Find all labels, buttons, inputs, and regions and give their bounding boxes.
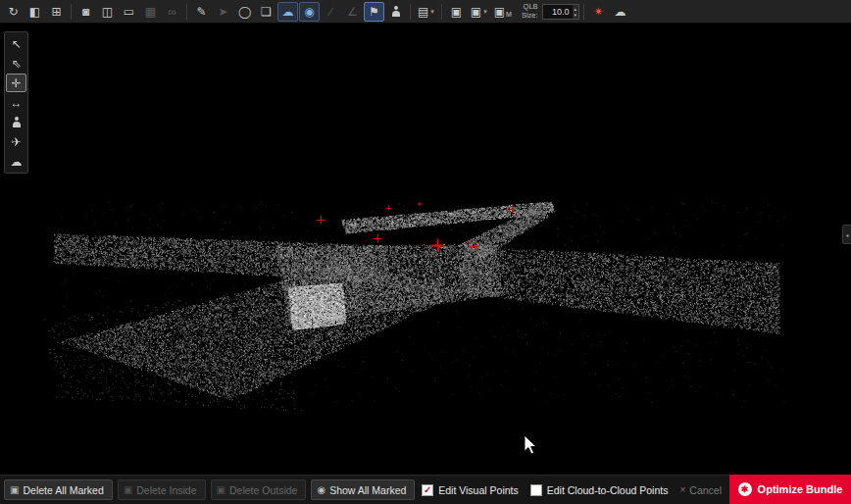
- qlb-size-value: 10.0: [543, 7, 573, 17]
- ruler-tool-icon: ∕: [329, 6, 331, 18]
- globe-toggle[interactable]: ◉: [299, 2, 320, 22]
- edit-cloud-to-cloud-checkbox[interactable]: Edit Cloud-to-Cloud Points: [530, 484, 669, 496]
- cloud-tool-icon: ☁: [615, 6, 626, 18]
- pan-view-tool-icon: ◧: [29, 6, 40, 18]
- toolbar-separator: [583, 4, 584, 20]
- button-label: Show All Marked: [329, 484, 406, 496]
- zoom-window-tool-icon: ⊞: [51, 6, 61, 18]
- optimize-label: Optimize Bundle: [758, 483, 843, 495]
- single-view-tool-icon: ▭: [124, 6, 134, 18]
- button-label: Delete Outside: [229, 484, 297, 496]
- camera-tool-icon: ◙: [82, 6, 89, 18]
- qlb-label-line2: Size:: [522, 12, 538, 21]
- location-pin-tool-icon: ⚑: [369, 6, 379, 18]
- point-cloud-canvas[interactable]: [0, 24, 851, 475]
- measure-tool[interactable]: ↔: [6, 93, 26, 112]
- edit-visual-points-checkbox-box[interactable]: ✓: [422, 484, 433, 496]
- toolbar-group: ✎➤◯❏☁◉∕∠⚑: [191, 2, 406, 22]
- bottom-bar: ▣Delete All Marked▣Delete Inside▣Delete …: [0, 475, 851, 504]
- edit-cloud-to-cloud-checkbox-box[interactable]: [530, 484, 542, 496]
- cloud-to-model-tool-icon: ▣: [494, 6, 505, 18]
- cloud-tool[interactable]: ☁: [610, 2, 630, 22]
- cloud-view-tool[interactable]: ☁: [6, 152, 26, 171]
- person-view-tool[interactable]: [6, 113, 26, 131]
- cancel-button: × Cancel: [679, 484, 722, 496]
- optimize-tool[interactable]: ✴: [588, 2, 609, 22]
- delete-inside-icon: ▣: [124, 485, 132, 495]
- angle-tool: ∠: [342, 2, 363, 22]
- cloud-to-model-tool[interactable]: ▣M: [491, 2, 515, 22]
- left-toolbar: ↖⇖✛↔✈☁: [4, 31, 28, 174]
- orbit-view-tool[interactable]: ↻: [3, 2, 24, 22]
- cube-options-dropdown[interactable]: ▣▾: [468, 2, 490, 22]
- cancel-icon: ×: [679, 484, 685, 495]
- toolbar-group: ◙◫▭▦∞: [75, 2, 182, 22]
- collapse-left-icon: ◂: [845, 231, 848, 238]
- cloud-to-model-tool-suffix: M: [506, 11, 512, 21]
- select-tool[interactable]: ↖: [6, 34, 26, 53]
- toolbar-group: ▣▣▾▣MQLBSize:10.0▴▾: [446, 2, 579, 22]
- bottom-bar-checkboxes: ✓Edit Visual PointsEdit Cloud-to-Cloud P…: [422, 484, 668, 496]
- delete-outside-icon: ▣: [217, 485, 225, 495]
- pick-tool: ➤: [213, 2, 233, 22]
- delete-all-marked-button[interactable]: ▣Delete All Marked: [4, 479, 113, 500]
- measure-tool-icon: ↔: [11, 97, 23, 109]
- move-tool-icon: ✛: [11, 77, 21, 89]
- tag-tool[interactable]: ❏: [256, 2, 276, 22]
- delete-all-marked-icon: ▣: [10, 485, 19, 495]
- person-marker-tool-icon: [391, 6, 401, 18]
- navigate-tool[interactable]: ✈: [6, 132, 26, 151]
- spinner-down-icon[interactable]: ▾: [573, 12, 579, 18]
- cloud-view-tool-icon: ☁: [11, 156, 23, 168]
- move-tool[interactable]: ✛: [6, 74, 26, 92]
- cube-view-tool[interactable]: ▣: [446, 2, 467, 22]
- toolbar-group: ↻◧⊞: [3, 2, 67, 22]
- zoom-window-tool[interactable]: ⊞: [46, 2, 67, 22]
- toolbar-group: ▤▾: [415, 2, 437, 22]
- cube-options-dropdown-icon: ▣: [471, 6, 481, 18]
- show-all-marked-button[interactable]: ◉Show All Marked: [311, 479, 415, 500]
- checkbox-label: Edit Cloud-to-Cloud Points: [547, 484, 669, 496]
- camera-tool[interactable]: ◙: [75, 2, 96, 22]
- toolbar-separator: [186, 4, 187, 20]
- bottom-bar-buttons: ▣Delete All Marked▣Delete Inside▣Delete …: [4, 479, 415, 500]
- right-panel-expander[interactable]: ◂: [842, 225, 851, 244]
- pan-view-tool[interactable]: ◧: [25, 2, 45, 22]
- top-toolbar: ↻◧⊞◙◫▭▦∞✎➤◯❏☁◉∕∠⚑▤▾▣▣▾▣MQLBSize:10.0▴▾✴☁: [0, 0, 851, 24]
- split-view-tool-icon: ◫: [102, 6, 113, 18]
- globe-toggle-icon: ◉: [304, 6, 314, 18]
- angle-tool-icon: ∠: [347, 6, 358, 18]
- optimize-bundle-button[interactable]: ✱ Optimize Bundle: [729, 475, 851, 504]
- circle-select-tool-icon: ◯: [238, 6, 251, 18]
- single-view-tool[interactable]: ▭: [119, 2, 139, 22]
- link-views-tool: ∞: [162, 2, 182, 22]
- viewport-3d[interactable]: [0, 24, 851, 475]
- display-mode-dropdown[interactable]: ▤▾: [415, 2, 437, 22]
- button-label: Delete Inside: [136, 484, 196, 496]
- link-views-tool-icon: ∞: [168, 6, 176, 18]
- point-cloud-toggle[interactable]: ☁: [277, 2, 298, 22]
- location-pin-tool[interactable]: ⚑: [364, 2, 384, 22]
- draw-tool-icon: ✎: [196, 6, 206, 18]
- split-view-tool[interactable]: ◫: [97, 2, 118, 22]
- qlb-size-spinner[interactable]: ▴▾: [573, 5, 579, 19]
- draw-tool[interactable]: ✎: [191, 2, 212, 22]
- edit-visual-points-checkbox[interactable]: ✓Edit Visual Points: [422, 484, 519, 496]
- toolbar-separator: [441, 4, 442, 20]
- checkbox-label: Edit Visual Points: [438, 484, 519, 496]
- toolbar-separator: [71, 4, 72, 20]
- select-tool-icon: ↖: [11, 38, 21, 50]
- tag-tool-icon: ❏: [261, 6, 272, 18]
- pick-tool-icon: ➤: [218, 6, 227, 18]
- display-mode-dropdown-icon: ▤: [418, 6, 428, 18]
- bottom-bar-right: ✓Edit Visual PointsEdit Cloud-to-Cloud P…: [422, 484, 722, 496]
- point-cloud-toggle-icon: ☁: [282, 6, 294, 18]
- qlb-size-input[interactable]: 10.0▴▾: [542, 4, 580, 20]
- smart-select-tool[interactable]: ⇖: [6, 54, 26, 73]
- button-label: Delete All Marked: [23, 484, 103, 496]
- person-marker-tool[interactable]: [385, 2, 406, 22]
- toolbar-group: ✴☁: [588, 2, 630, 22]
- circle-select-tool[interactable]: ◯: [234, 2, 255, 22]
- qlb-size-label: QLBSize:: [522, 3, 538, 20]
- show-all-marked-icon: ◉: [317, 485, 325, 495]
